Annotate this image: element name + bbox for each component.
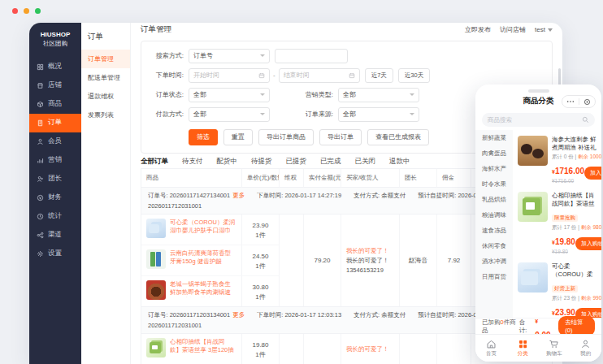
category-item[interactable]: 肉禽蛋品 <box>475 145 513 161</box>
minimize-window-icon[interactable] <box>24 8 29 14</box>
last-7-days-button[interactable]: 近7天 <box>365 68 393 83</box>
table-row-product[interactable]: 老城一锅羊蝎子熟食生鲜加热即食羊肉涮锅速食食材方便菜火... <box>141 276 242 306</box>
tab-picked-up[interactable]: 已提货 <box>286 157 307 167</box>
view-reports-button[interactable]: 查看已生成报表 <box>367 129 429 145</box>
submenu-item-invoices[interactable]: 发票列表 <box>81 106 130 124</box>
tab-pending-payment[interactable]: 待支付 <box>182 157 203 167</box>
sidebar-item-members[interactable]: 会员 <box>29 132 81 151</box>
pay-method-value: 全部 <box>193 110 206 119</box>
sidebar-item-overview[interactable]: 概况 <box>29 58 81 76</box>
maximize-window-icon[interactable] <box>35 8 41 14</box>
price-value: 1716.00 <box>555 167 584 176</box>
table-row-product[interactable]: 心相印抽纸【肖战同款】茶语丝享 3层120抽*8包 M码 <box>141 334 242 364</box>
order-status-select[interactable]: 全部 <box>189 88 270 102</box>
paid-amount: 79.20 <box>314 257 330 264</box>
order-no: 202601171203134001 <box>170 311 231 318</box>
category-item[interactable]: 时令水果 <box>475 176 513 192</box>
more-menu-button[interactable] <box>562 100 579 103</box>
sidebar-item-stats[interactable]: 统计 <box>29 207 81 226</box>
account-menu[interactable]: test <box>535 26 553 33</box>
tab-preparing[interactable]: 配货中 <box>217 157 238 167</box>
product-title[interactable]: 心相印抽纸【肖战同款】茶语丝享 3层120抽*8包 M码 <box>170 338 236 355</box>
add-to-cart-button[interactable]: 加入购物车 <box>575 237 601 250</box>
tab-cart[interactable]: 购物车 <box>539 335 570 362</box>
commission-cell: 7.92 <box>437 214 471 306</box>
list-item-product[interactable]: 海参大连刺参 鲜煮周期渔 补送礼套餐7A参 4斤 32-... 累计 0 份 |… <box>518 132 596 188</box>
product-title[interactable]: 云南白药清爽薄荷香型牙膏150g 健齿护龈 <box>170 249 236 266</box>
tissue-image <box>146 338 166 358</box>
add-to-cart-button[interactable]: 加入购物车 <box>584 167 601 180</box>
more-link[interactable]: 更多 <box>232 192 245 199</box>
original-price: ¥1716.00 <box>552 178 584 184</box>
product-title[interactable]: 可心柔（COROU）柔润湿巾婴儿护肤手口湿巾 80片*4包 <box>170 219 236 236</box>
sidebar-item-shop[interactable]: 店铺 <box>29 76 81 95</box>
tab-refunding[interactable]: 退款中 <box>389 157 410 167</box>
tab-all-orders[interactable]: 全部订单 <box>141 157 168 167</box>
sidebar-item-settings[interactable]: 设置 <box>29 245 81 263</box>
tab-completed[interactable]: 已完成 <box>320 157 341 167</box>
search-method-select[interactable]: 订单号 <box>189 49 270 63</box>
rights-cell <box>280 214 304 306</box>
chevron-down-icon <box>260 93 265 96</box>
end-date-input[interactable]: 结束时间 <box>279 68 360 83</box>
category-item[interactable]: 乳品烘焙 <box>475 192 513 207</box>
product-title[interactable]: 老城一锅羊蝎子熟食生鲜加热即食羊肉涮锅速食食材方便菜火... <box>170 280 236 297</box>
tab-home[interactable]: 首页 <box>475 335 507 362</box>
sidebar-item-marketing[interactable]: 营销 <box>29 151 81 170</box>
sidebar-item-goods[interactable]: 商品 <box>29 95 81 114</box>
category-item[interactable]: 海鲜水产 <box>475 161 513 176</box>
submenu-item-refunds[interactable]: 退款维权 <box>81 87 130 106</box>
category-page-body: 新鲜蔬菜 肉禽蛋品 海鲜水产 时令水果 乳品烘焙 粮油调味 速食冻品 休闲零食 … <box>475 130 601 318</box>
category-sidebar: 新鲜蔬菜 肉禽蛋品 海鲜水产 时令水果 乳品烘焙 粮油调味 速食冻品 休闲零食 … <box>475 130 513 318</box>
order-source-select[interactable]: 全部 <box>338 107 419 122</box>
order-no-label: 订单号: <box>148 311 168 318</box>
target-icon <box>583 98 591 106</box>
more-link[interactable]: 更多 <box>232 311 245 318</box>
category-item[interactable]: 新鲜蔬菜 <box>475 130 513 145</box>
submenu-title: 订单 <box>81 23 130 50</box>
table-row-product[interactable]: 云南白药清爽薄荷香型牙膏150g 健齿护龈 <box>141 245 242 276</box>
sea-cucumber-image <box>518 136 548 166</box>
buyer-nickname[interactable]: 我长的可爱了！ <box>346 345 389 353</box>
leader-cell: 赵海音 <box>400 214 437 306</box>
category-item[interactable]: 酒水冲调 <box>475 254 513 269</box>
list-item-product[interactable]: 心相印抽纸【肖战同款】茶语丝享 3层120抽*8包 M码 限量抢购 累计 17 … <box>518 188 596 258</box>
sidebar-item-leader[interactable]: 团长 <box>29 170 81 188</box>
category-item[interactable]: 粮油调味 <box>475 207 513 223</box>
app-logo: HIUSHOP 社区团购 <box>29 23 81 54</box>
submenu-item-delivery-management[interactable]: 配送单管理 <box>81 68 130 87</box>
sidebar-label: 渠道 <box>48 230 62 240</box>
table-row-product[interactable]: 可心柔（COROU）柔润湿巾婴儿护肤手口湿巾 80片*4包 <box>141 214 242 245</box>
remaining-count: 剩余 1000 份 <box>578 154 601 159</box>
list-item-product[interactable]: 可心柔（COROU）柔润湿巾婴儿护肤手口湿巾 80... 好货上新 累计 23 … <box>518 258 596 318</box>
sidebar-label: 店铺 <box>48 80 62 90</box>
publish-link[interactable]: 立即发布 <box>465 25 491 34</box>
promo-tag: 限量抢购 <box>552 214 578 222</box>
search-keyword-input[interactable] <box>275 49 348 63</box>
sidebar-item-finance[interactable]: 财务 <box>29 188 81 207</box>
visit-shop-link[interactable]: 访问店铺 <box>500 25 526 34</box>
category-item[interactable]: 速食冻品 <box>475 223 513 238</box>
export-orders-button[interactable]: 导出订单 <box>319 129 362 145</box>
tab-pending-pickup[interactable]: 待提货 <box>251 157 272 167</box>
product-search-input[interactable]: 商品搜索 <box>482 113 595 127</box>
category-item[interactable]: 休闲零食 <box>475 238 513 254</box>
close-window-icon[interactable] <box>12 8 18 14</box>
category-item[interactable]: 日用百货 <box>475 269 513 284</box>
pay-method-select[interactable]: 全部 <box>189 107 270 122</box>
sidebar-item-orders[interactable]: 订单 <box>29 114 81 132</box>
quantity: 1件 <box>247 262 274 271</box>
export-order-goods-button[interactable]: 导出订单商品 <box>258 129 314 145</box>
tab-profile[interactable]: 我的 <box>570 335 601 362</box>
last-30-days-button[interactable]: 近30天 <box>398 68 430 83</box>
reset-button[interactable]: 重置 <box>223 129 253 145</box>
buyer-nickname[interactable]: 我长的可爱了！ <box>346 247 389 255</box>
tab-closed[interactable]: 已关闭 <box>355 157 376 167</box>
start-date-input[interactable]: 开始时间 <box>189 68 270 83</box>
tab-category[interactable]: 分类 <box>507 335 539 362</box>
filter-button[interactable]: 筛选 <box>189 129 218 145</box>
close-miniprogram-button[interactable] <box>579 98 596 106</box>
marketing-type-select[interactable]: 全部 <box>338 88 419 102</box>
submenu-item-order-management[interactable]: 订单管理 <box>81 50 130 68</box>
sidebar-item-channel[interactable]: 渠道 <box>29 226 81 245</box>
